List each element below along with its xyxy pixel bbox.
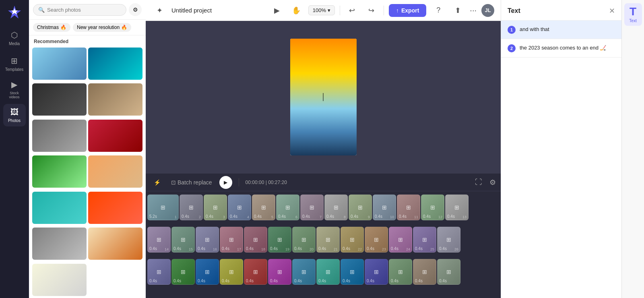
clip[interactable]: ⊞0.4s [292, 259, 316, 285]
clip[interactable]: ⊞0.4s [316, 259, 340, 285]
more-button[interactable]: ··· [470, 6, 477, 15]
photo-item[interactable] [88, 120, 142, 152]
photo-item[interactable] [32, 192, 87, 224]
share-button[interactable]: ⬆ [450, 3, 465, 18]
undo-button[interactable]: ↩ [345, 3, 359, 18]
clip[interactable]: ⊞0.4s19 [268, 227, 291, 252]
split-button[interactable]: ⚡ [151, 178, 164, 187]
clip[interactable]: ⊞0.4s4 [228, 195, 251, 220]
sidebar-item-media[interactable]: ⬡ Media [3, 27, 26, 49]
clip[interactable]: ⊞0.4s15 [171, 227, 195, 252]
photo-item[interactable] [88, 83, 142, 116]
clip[interactable]: ⊞0.4s [220, 259, 243, 285]
clip[interactable]: ⊞0.4s17 [220, 227, 243, 252]
clip[interactable]: ⊞0.4s [437, 259, 460, 285]
replace-icon: ⊞ [301, 236, 306, 243]
hand-button[interactable]: ✋ [289, 3, 303, 18]
clip[interactable]: ⊞0.4s8 [324, 195, 348, 220]
text-tool-button[interactable]: T Text [624, 3, 642, 26]
clip[interactable]: ⊞0.4s11 [397, 195, 420, 220]
clip[interactable]: ⊞0.4s23 [365, 227, 388, 252]
clip[interactable]: ⊞0.4s22 [341, 227, 364, 252]
photo-item[interactable] [88, 228, 142, 260]
photo-item[interactable] [32, 155, 87, 188]
photo-item[interactable] [88, 48, 142, 80]
magic-tool-button[interactable]: ✦ [152, 3, 167, 18]
clip[interactable]: ⊞0.4s21 [316, 227, 340, 252]
replace-icon: ⊞ [285, 204, 290, 211]
replace-icon: ⊞ [374, 269, 379, 275]
clip[interactable]: ⊞0.4s [389, 259, 412, 285]
app-logo [6, 4, 23, 20]
clip[interactable]: ⊞0.4s [196, 259, 219, 285]
clip[interactable]: ⊞0.4s20 [292, 227, 316, 252]
export-button[interactable]: ↑ Export [389, 4, 426, 17]
clip[interactable]: ⊞0.4s5 [252, 195, 275, 220]
clip[interactable]: ⊞0.4s [413, 259, 436, 285]
clip[interactable]: ⊞0.4s [171, 259, 195, 285]
sidebar-item-templates[interactable]: ⊞ Templates [3, 52, 26, 75]
canvas-frame [290, 39, 357, 155]
clip[interactable]: ⊞0.4s18 [244, 227, 267, 252]
redo-button[interactable]: ↪ [364, 3, 379, 18]
clip[interactable]: ⊞0.4s12 [421, 195, 444, 220]
clip[interactable]: ⊞0.4s [365, 259, 388, 285]
filter-button[interactable]: ⚙ [129, 3, 142, 16]
photo-item[interactable] [32, 48, 87, 80]
clip[interactable]: ⊞0.4s10 [373, 195, 396, 220]
tag-newyear[interactable]: New year resolution 🔥 [73, 23, 131, 32]
text-item-2[interactable]: 2 the 2023 season comes to an end 🏒 [501, 39, 621, 58]
clip[interactable]: ⊞0.4s13 [445, 195, 469, 220]
clip[interactable]: ⊞0.4s [268, 259, 291, 285]
photos-icon: 🖼 [10, 108, 19, 117]
clip[interactable]: ⊞0.4s [341, 259, 364, 285]
photo-item[interactable] [32, 228, 87, 260]
clip[interactable]: ⊞0.4s [244, 259, 267, 285]
zoom-selector[interactable]: 100% ▾ [308, 5, 335, 15]
sidebar-item-photos[interactable]: 🖼 Photos [3, 104, 26, 126]
clip[interactable]: ⊞0.4s6 [276, 195, 299, 220]
batch-replace-button[interactable]: ⊡ Batch replace [168, 178, 215, 187]
clip[interactable]: ⊞0.4s7 [300, 195, 324, 220]
clip[interactable]: ⊞0.4s24 [389, 227, 412, 252]
timeline-clips-1: ⊞ 5.2s 1 ⊞0.4s2 ⊞0.4s3 ⊞0.4s4 ⊞0.4s5 ⊞0.… [146, 191, 470, 224]
clip[interactable]: ⊞0.4s3 [204, 195, 227, 220]
play-button[interactable]: ▶ [270, 3, 284, 18]
batch-icon: ⊡ [171, 179, 176, 186]
timeline-play-button[interactable]: ▶ [219, 176, 232, 189]
replace-icon: ⊞ [161, 204, 165, 211]
replace-icon: ⊞ [205, 269, 210, 275]
timeline-fullscreen-button[interactable]: ⛶ [475, 178, 482, 186]
photo-item[interactable] [88, 155, 142, 188]
photo-item[interactable] [32, 264, 87, 296]
sidebar-item-stockvideos[interactable]: ▶ Stockvideos [3, 78, 26, 101]
help-button[interactable]: ? [431, 3, 446, 18]
text-item-content: and with that [520, 25, 549, 33]
clip[interactable]: ⊞0.4s9 [349, 195, 372, 220]
clip[interactable]: ⊞0.4s14 [147, 227, 171, 252]
search-input-wrapper[interactable]: 🔍 [33, 4, 126, 16]
clip[interactable]: ⊞0.4s2 [180, 195, 203, 220]
photos-panel: 🔍 ⚙ Christmas 🔥 New year resolution 🔥 Re… [29, 0, 146, 298]
text-item-1[interactable]: 1 and with that [501, 21, 621, 39]
canvas-image [290, 39, 357, 155]
clip[interactable]: ⊞0.4s [147, 259, 171, 285]
clip[interactable]: ⊞ 5.2s 1 [147, 195, 179, 220]
clip[interactable]: ⊞0.4s25 [413, 227, 436, 252]
photo-item[interactable] [88, 192, 142, 224]
replace-icon: ⊞ [205, 236, 210, 243]
avatar: JL [481, 4, 494, 17]
text-panel-close-button[interactable]: ✕ [609, 6, 615, 15]
search-input[interactable] [47, 7, 121, 13]
photo-item[interactable] [32, 83, 87, 116]
tag-label: Christmas [37, 25, 59, 30]
tag-christmas[interactable]: Christmas 🔥 [33, 23, 70, 32]
timeline-toolbar: ⚡ ⊡ Batch replace ▶ 00:00:00 | 00:27:20 … [146, 174, 501, 191]
timeline-settings-button[interactable]: ⚙ [489, 178, 496, 187]
clip[interactable]: ⊞0.4s16 [196, 227, 219, 252]
timeline-rows[interactable]: ⊞ 5.2s 1 ⊞0.4s2 ⊞0.4s3 ⊞0.4s4 ⊞0.4s5 ⊞0.… [146, 191, 501, 298]
replace-icon: ⊞ [398, 236, 403, 243]
text-panel-title: Text [508, 7, 520, 14]
photo-item[interactable] [32, 120, 87, 152]
clip[interactable]: ⊞0.4s26 [437, 227, 460, 252]
